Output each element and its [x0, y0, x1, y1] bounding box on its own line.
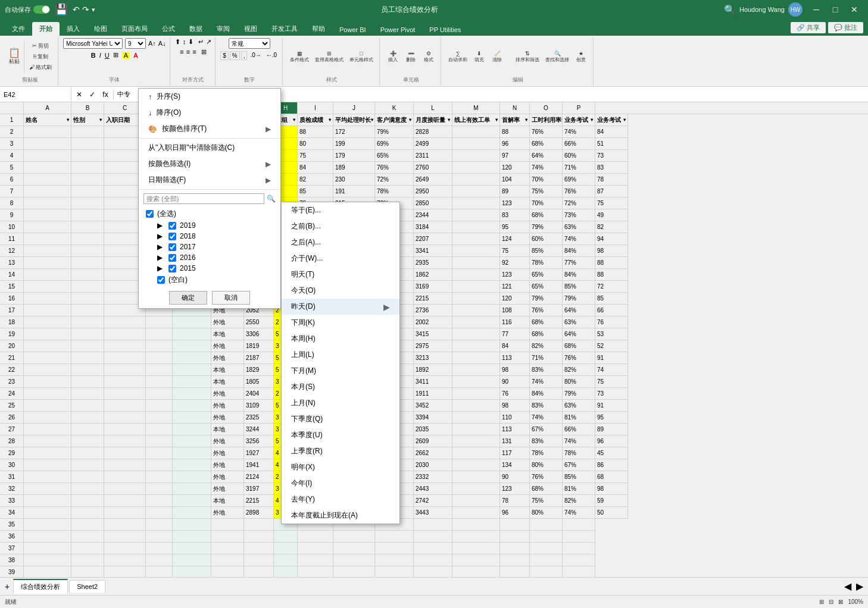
cell[interactable]	[452, 209, 500, 221]
cell[interactable]	[563, 554, 595, 566]
row-header[interactable]: 20	[0, 340, 24, 352]
col-header-M[interactable]: M	[452, 102, 500, 114]
cell-extra[interactable]: 52	[595, 340, 628, 352]
cell[interactable]	[452, 269, 500, 281]
cell[interactable]: 81%	[563, 483, 595, 495]
sort-asc-item[interactable]: ↑ 升序(S)	[139, 89, 280, 105]
cell[interactable]	[452, 400, 500, 412]
year-2016-toggle[interactable]: ▶	[157, 253, 163, 262]
cell[interactable]	[274, 543, 298, 554]
cell[interactable]	[104, 507, 146, 519]
year-2015-item[interactable]: ▶ 2015	[139, 263, 280, 274]
fill-button[interactable]: ⬇ 填充	[471, 49, 488, 64]
sort-filter-button[interactable]: ⇅ 排序和筛选	[513, 49, 542, 64]
cell[interactable]	[71, 186, 104, 198]
cell[interactable]	[104, 316, 146, 328]
cell[interactable]: 121	[500, 281, 530, 293]
cell[interactable]	[24, 554, 71, 566]
cell[interactable]: 76%	[563, 186, 595, 198]
sheet-tab-2[interactable]: Sheet2	[69, 580, 105, 593]
cell[interactable]: 2649	[414, 174, 452, 186]
name-box[interactable]: E42	[0, 87, 71, 102]
cell[interactable]: 113	[500, 424, 530, 435]
cell[interactable]: 本地	[211, 424, 244, 435]
cell[interactable]	[333, 543, 375, 554]
cell[interactable]: 123	[500, 198, 530, 209]
cell[interactable]	[452, 162, 500, 174]
cell[interactable]: 230	[333, 174, 375, 186]
cell[interactable]	[24, 293, 71, 305]
cell[interactable]	[24, 209, 71, 221]
row-header[interactable]: 4	[0, 150, 24, 162]
tab-help[interactable]: 帮助	[305, 22, 332, 36]
cell[interactable]: 64%	[563, 328, 595, 340]
cell[interactable]	[24, 186, 71, 198]
cell[interactable]	[24, 269, 71, 281]
cell[interactable]	[104, 376, 146, 388]
cell[interactable]: 85%	[563, 471, 595, 483]
cell[interactable]: 74%	[530, 162, 563, 174]
cell[interactable]: 3415	[414, 328, 452, 340]
table-format-button[interactable]: ⊞ 套用表格格式	[313, 49, 346, 64]
tab-powerbi[interactable]: Power BI	[332, 24, 373, 36]
cell[interactable]	[211, 543, 244, 554]
cell[interactable]: 120	[500, 162, 530, 174]
cell[interactable]	[173, 554, 211, 566]
cell[interactable]: 74%	[563, 435, 595, 447]
row-header[interactable]: 8	[0, 198, 24, 209]
cell-extra[interactable]: 87	[595, 186, 628, 198]
cell[interactable]	[452, 174, 500, 186]
clear-filter-item[interactable]: 从"入职日期"中清除筛选(C)	[139, 140, 280, 156]
cell[interactable]	[452, 221, 500, 233]
cell[interactable]: 85%	[563, 281, 595, 293]
cell[interactable]: 外地	[211, 412, 244, 424]
tab-home[interactable]: 开始	[32, 22, 60, 36]
cell[interactable]: 1892	[414, 364, 452, 376]
decrease-decimal-button[interactable]: ←.0	[264, 51, 279, 60]
cell[interactable]	[146, 531, 173, 543]
cell[interactable]	[244, 519, 274, 531]
cell[interactable]	[24, 233, 71, 245]
cell[interactable]: 85%	[530, 245, 563, 257]
date-tomorrow-item[interactable]: 明天(T)	[282, 267, 399, 283]
cell[interactable]: 2662	[414, 447, 452, 459]
cell[interactable]	[71, 198, 104, 209]
cell[interactable]	[104, 352, 146, 364]
cell[interactable]	[24, 519, 71, 531]
cell[interactable]	[173, 507, 211, 519]
cell[interactable]: 3394	[414, 412, 452, 424]
cell[interactable]: 2499	[414, 138, 452, 150]
cell[interactable]	[375, 531, 414, 543]
cancel-button[interactable]: 取消	[212, 291, 250, 305]
cell[interactable]: 189	[333, 162, 375, 174]
filter-icon-7[interactable]: ▾	[293, 117, 295, 123]
year-2019-item[interactable]: ▶ 2019	[139, 220, 280, 231]
cell-extra[interactable]: 73	[595, 388, 628, 400]
cell[interactable]: 75%	[530, 186, 563, 198]
cell[interactable]: 84	[500, 340, 530, 352]
minimize-button[interactable]: ─	[807, 3, 825, 16]
date-between-item[interactable]: 介于(W)...	[282, 250, 399, 267]
cell[interactable]	[24, 198, 71, 209]
cell[interactable]	[24, 495, 71, 507]
cell[interactable]: 68%	[563, 340, 595, 352]
row-header[interactable]: 36	[0, 531, 24, 543]
cell[interactable]: 首解率▾	[500, 114, 530, 126]
cell[interactable]: 124	[500, 233, 530, 245]
cell[interactable]	[244, 554, 274, 566]
year-2018-checkbox[interactable]	[168, 233, 176, 240]
cell[interactable]	[500, 519, 530, 531]
date-last-week-item[interactable]: 上周(L)	[282, 347, 399, 363]
align-middle-button[interactable]: ↕	[183, 38, 186, 46]
cell[interactable]: 79%	[530, 221, 563, 233]
row-header[interactable]: 30	[0, 459, 24, 471]
cell[interactable]: 2935	[414, 257, 452, 269]
cell[interactable]: 76%	[530, 471, 563, 483]
empty-item[interactable]: (空白)	[139, 274, 280, 286]
cell[interactable]	[173, 543, 211, 554]
create-button[interactable]: ★ 创意	[573, 49, 589, 64]
cell[interactable]	[530, 554, 563, 566]
cell[interactable]	[104, 400, 146, 412]
cell[interactable]: 74%	[563, 126, 595, 138]
cell[interactable]: 117	[500, 447, 530, 459]
